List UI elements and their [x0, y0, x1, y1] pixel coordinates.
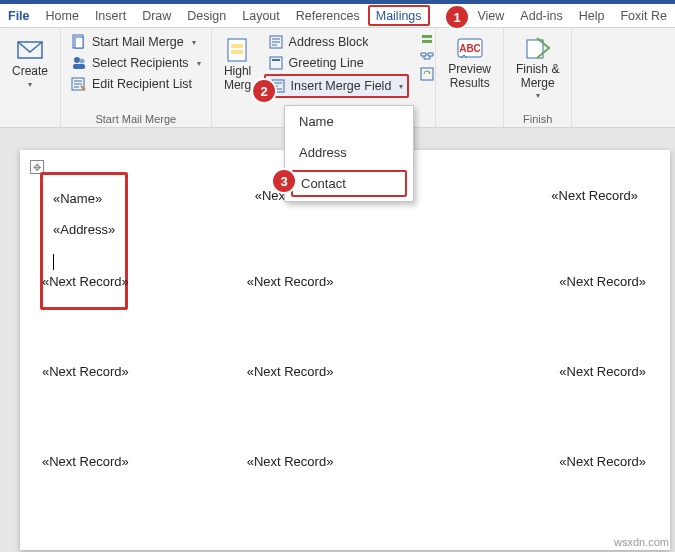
group-preview-label: [442, 123, 497, 125]
select-recipients-button[interactable]: Select Recipients ▾: [67, 53, 205, 73]
match-fields-icon[interactable]: [419, 49, 435, 65]
create-button[interactable]: Create ▾: [6, 32, 54, 94]
next-record-field: «Next Record»: [247, 364, 334, 379]
greeting-line-label: Greeting Line: [289, 56, 364, 70]
page[interactable]: ✥ «Name» «Address» «Next Record» «Next R…: [20, 150, 670, 550]
next-record-field: «Next Record»: [42, 364, 129, 379]
label-cell[interactable]: «Next Record»: [243, 260, 448, 350]
group-start-mail-merge: Start Mail Merge ▾ Select Recipients ▾ E…: [61, 28, 212, 127]
next-record-field: «Next Record»: [551, 188, 638, 203]
tab-foxit[interactable]: Foxit Re: [612, 4, 675, 27]
svg-rect-9: [231, 50, 243, 54]
preview-icon: ABC: [455, 36, 485, 62]
merge-field-address: «Address»: [53, 214, 115, 245]
start-mail-merge-label: Start Mail Merge: [92, 35, 184, 49]
address-block-label: Address Block: [289, 35, 369, 49]
dropdown-item-name[interactable]: Name: [285, 106, 413, 137]
dropdown-item-contact[interactable]: Contact: [291, 170, 407, 197]
next-record-field: «Next Record»: [247, 274, 334, 289]
tab-references[interactable]: References: [288, 4, 368, 27]
edit-recipient-list-button[interactable]: Edit Recipient List: [67, 74, 205, 94]
finish-merge-button[interactable]: Finish & Merge ▾: [510, 32, 565, 104]
svg-rect-5: [73, 64, 85, 69]
highlight-label-1: Highl: [224, 64, 251, 78]
next-record-field: «Next Record»: [559, 364, 646, 379]
label-cell[interactable]: «Name» «Address»: [38, 170, 243, 260]
chevron-down-icon: ▾: [192, 38, 196, 47]
envelope-icon: [16, 36, 44, 64]
finish-label-2: Merge: [521, 76, 555, 90]
group-finish-label: Finish: [510, 111, 565, 125]
label-cell[interactable]: «Next Record»: [38, 350, 243, 440]
svg-rect-8: [231, 44, 243, 48]
highlight-merge-fields-button[interactable]: Highl Merg: [218, 32, 258, 97]
label-cell[interactable]: «Next Record»: [243, 440, 448, 530]
start-mail-merge-button[interactable]: Start Mail Merge ▾: [67, 32, 205, 52]
next-record-field: «Next Record»: [559, 274, 646, 289]
tab-view[interactable]: View: [469, 4, 512, 27]
insert-merge-field-label: Insert Merge Field: [291, 79, 392, 93]
chevron-down-icon: ▾: [536, 91, 540, 101]
group-start-label: Start Mail Merge: [67, 111, 205, 125]
next-record-field: «Next Record»: [559, 454, 646, 469]
greeting-line-button[interactable]: Greeting Line: [264, 53, 410, 73]
tab-file[interactable]: File: [0, 4, 38, 27]
tab-home[interactable]: Home: [38, 4, 87, 27]
edit-recipient-list-label: Edit Recipient List: [92, 77, 192, 91]
svg-text:ABC: ABC: [459, 43, 481, 54]
greeting-line-icon: [268, 55, 284, 71]
chevron-down-icon: ▾: [28, 80, 32, 90]
tab-design[interactable]: Design: [179, 4, 234, 27]
doc-icon: [71, 34, 87, 50]
callout-1: 1: [446, 6, 468, 28]
tab-mailings[interactable]: Mailings: [368, 5, 430, 26]
tab-insert[interactable]: Insert: [87, 4, 134, 27]
tab-draw[interactable]: Draw: [134, 4, 179, 27]
ribbon-tabs: File Home Insert Draw Design Layout Refe…: [0, 4, 675, 28]
people-icon: [71, 55, 87, 71]
svg-point-4: [80, 59, 85, 64]
preview-label-1: Preview: [448, 62, 491, 76]
next-record-field: «Next Record»: [42, 274, 129, 289]
merge-field-name: «Name»: [53, 183, 115, 214]
preview-results-button[interactable]: ABC Preview Results: [442, 32, 497, 95]
group-preview: ABC Preview Results: [435, 28, 504, 127]
create-label: Create: [12, 64, 48, 78]
label-cell[interactable]: «Next Record»: [38, 260, 243, 350]
next-record-field: «Next Record»: [42, 454, 129, 469]
tab-help[interactable]: Help: [571, 4, 613, 27]
finish-label-1: Finish &: [516, 62, 559, 76]
address-block-icon: [268, 34, 284, 50]
finish-icon: [523, 36, 553, 62]
update-labels-icon[interactable]: [419, 66, 435, 82]
svg-rect-13: [421, 68, 433, 80]
svg-rect-11: [270, 57, 282, 69]
rules-icon[interactable]: [419, 32, 435, 48]
chevron-down-icon: ▾: [197, 59, 201, 68]
label-cell[interactable]: «Next Record»: [447, 440, 652, 530]
address-block-button[interactable]: Address Block: [264, 32, 410, 52]
label-cell[interactable]: «Next Record»: [447, 170, 652, 260]
list-edit-icon: [71, 76, 87, 92]
chevron-down-icon: ▾: [399, 82, 403, 91]
group-create-label: [6, 123, 54, 125]
insert-merge-field-button[interactable]: Insert Merge Field ▾: [264, 74, 410, 98]
callout-2: 2: [253, 80, 275, 102]
svg-point-3: [74, 57, 80, 63]
tab-addins[interactable]: Add-ins: [512, 4, 570, 27]
watermark: wsxdn.com: [614, 536, 669, 548]
group-finish: Finish & Merge ▾ Finish: [504, 28, 572, 127]
select-recipients-label: Select Recipients: [92, 56, 189, 70]
highlight-icon: [224, 36, 252, 64]
callout-3: 3: [273, 170, 295, 192]
tab-layout[interactable]: Layout: [234, 4, 288, 27]
label-cell[interactable]: «Next Record»: [447, 350, 652, 440]
label-cell[interactable]: «Next Record»: [38, 440, 243, 530]
dropdown-item-address[interactable]: Address: [285, 137, 413, 168]
label-cell[interactable]: «Next Record»: [447, 260, 652, 350]
svg-rect-2: [75, 37, 83, 48]
insert-merge-field-dropdown: Name Address Contact: [284, 105, 414, 202]
labels-grid: «Name» «Address» «Next Record» «Next Rec…: [38, 170, 652, 530]
group-create: Create ▾: [0, 28, 61, 127]
label-cell[interactable]: «Next Record»: [243, 350, 448, 440]
